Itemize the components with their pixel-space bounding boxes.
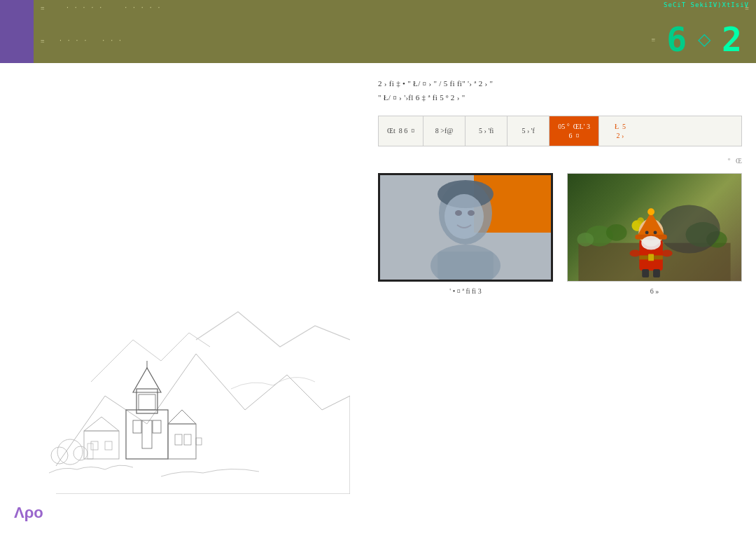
svg-point-41 (648, 208, 654, 215)
filter-segment-5[interactable]: 05 ° ŒL' 36 ¤ (550, 116, 599, 146)
right-panel: 2 › fi ‡ • " Ł/ ¤ › " / 5 fi fi" '› ª 2 … (364, 63, 756, 536)
svg-rect-7 (139, 394, 155, 410)
svg-point-23 (444, 194, 484, 239)
header-top-row: ≡ · · · · · · · · · · ≡ (34, 3, 756, 13)
image-card-1: ' • ¤ ª fi fi 3 (378, 173, 553, 296)
gnome-image (568, 174, 741, 281)
filter-label-2: 8 >f@ (435, 127, 454, 135)
svg-rect-46 (648, 254, 654, 261)
portrait-face (380, 175, 551, 280)
header-bar: SeCiT SekiIV)XtIsiV ≡ · · · · · · · · · … (0, 0, 756, 63)
info-line-2: " Ł/ ¤ › '›fl 6 ‡ ª fi 5 º 2 › " (378, 91, 742, 105)
filter-label-1: Œt 8 6 ¤ (387, 127, 414, 135)
svg-rect-0 (126, 410, 168, 459)
sort-icon[interactable]: º (728, 157, 730, 165)
svg-rect-4 (133, 420, 141, 433)
svg-rect-47 (642, 269, 649, 277)
svg-rect-10 (175, 434, 182, 445)
header-numbers: ≡ 6 ◇ 2 (645, 22, 749, 59)
header-title: SeCiT SekiIV)XtIsiV (664, 1, 749, 8)
svg-point-25 (468, 210, 475, 216)
svg-point-30 (606, 224, 627, 241)
info-line-1: 2 › fi ‡ • " Ł/ ¤ › " / 5 fi fi" '› ª 2 … (378, 77, 742, 91)
filter-segment-2[interactable]: 8 >f@ (424, 116, 465, 146)
svg-point-49 (629, 249, 640, 256)
header-nav-4: · · · (102, 37, 122, 44)
info-text-block: 2 › fi ‡ • " Ł/ ¤ › " / 5 fi fi" '› ª 2 … (378, 77, 742, 105)
filter-segment-4[interactable]: 5 › 'f (507, 116, 550, 146)
filter-label-5: 05 ° ŒL' 36 ¤ (558, 122, 590, 140)
left-panel: Λρο (0, 63, 364, 536)
svg-rect-5 (153, 420, 161, 433)
menu-icon-4[interactable]: ≡ (652, 36, 656, 43)
menu-icon-3[interactable]: ≡ (41, 37, 45, 45)
filter-label-3: 5 › 'fi (479, 127, 493, 135)
header-accent (0, 0, 34, 63)
svg-point-44 (641, 235, 661, 249)
svg-point-24 (455, 210, 462, 216)
image-grid: ' • ¤ ª fi fi 3 (378, 173, 742, 296)
filter-label-4: 5 › 'f (522, 127, 534, 135)
image-caption-2: 6 » (567, 286, 742, 296)
image-wrapper-2 (567, 173, 742, 282)
header-bottom-row: ≡ · · · · · · · ≡ 6 ◇ 2 (34, 21, 756, 60)
svg-rect-48 (653, 269, 660, 277)
header-nav-2: · · · · · (124, 4, 161, 12)
svg-rect-12 (84, 431, 119, 459)
header-number-6: 6 (666, 22, 687, 56)
image-card-2: 6 » (567, 173, 742, 296)
image-wrapper-1 (378, 173, 553, 282)
svg-marker-9 (168, 410, 196, 424)
portrait-image (380, 175, 551, 280)
svg-point-50 (662, 249, 673, 256)
content-area: Λρο 2 › fi ‡ • " Ł/ ¤ › " / 5 fi fi" '› … (0, 63, 756, 536)
image-caption-1: ' • ¤ ª fi fi 3 (378, 286, 553, 296)
header-nav-1: · · · · · (66, 4, 103, 12)
filter-label-6: Ł 52 › (615, 122, 626, 140)
header-nav-3: · · · · (59, 37, 88, 44)
svg-rect-15 (105, 441, 112, 450)
svg-rect-11 (184, 434, 191, 445)
svg-rect-14 (91, 441, 98, 450)
svg-rect-6 (142, 420, 152, 448)
svg-point-43 (654, 231, 657, 234)
svg-point-31 (577, 232, 594, 246)
header-icon-diamond: ◇ (698, 29, 710, 49)
building-illustration (21, 270, 350, 494)
menu-icon-1[interactable]: ≡ (41, 4, 45, 12)
filter-segment-6[interactable]: Ł 52 › (599, 116, 641, 146)
logo: Λρο (14, 504, 43, 522)
svg-point-36 (658, 205, 720, 253)
header-main: SeCiT SekiIV)XtIsiV ≡ · · · · · · · · · … (34, 0, 756, 63)
view-controls: º Œ (378, 157, 742, 165)
filter-segment-1[interactable]: Œt 8 6 ¤ (379, 116, 424, 146)
filter-bar: Œt 8 6 ¤ 8 >f@ 5 › 'fi 5 › 'f 05 ° ŒL' 3… (378, 116, 742, 146)
svg-rect-20 (196, 438, 202, 445)
svg-point-42 (645, 231, 649, 234)
filter-segment-3[interactable]: 5 › 'fi (465, 116, 507, 146)
svg-point-16 (57, 439, 83, 465)
header-number-2: 2 (722, 22, 742, 56)
svg-rect-27 (438, 252, 493, 280)
svg-rect-19 (88, 444, 93, 459)
grid-view-icon[interactable]: Œ (736, 157, 742, 165)
header-menu-left: ≡ · · · · · · · · · · (41, 4, 161, 12)
svg-point-18 (74, 446, 88, 460)
